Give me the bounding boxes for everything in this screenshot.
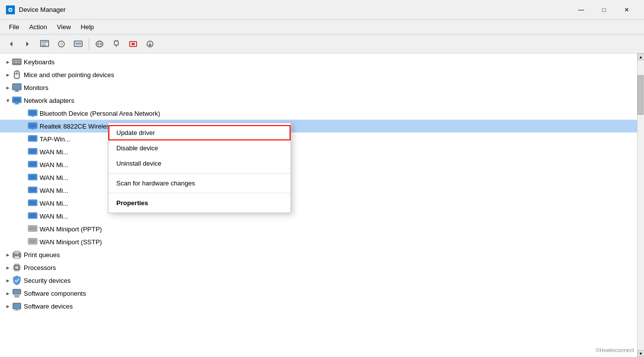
softwarecomp-label: Software components <box>24 290 86 297</box>
svg-rect-89 <box>14 294 20 295</box>
app-icon <box>6 5 15 14</box>
svg-rect-6 <box>42 45 47 46</box>
tree-item-keyboards[interactable]: ► Keyboards <box>0 55 637 68</box>
tapwin-label: TAP-Win... <box>40 135 70 143</box>
expand-arrow-bluetooth <box>20 109 28 117</box>
ctx-disable-device[interactable]: Disable device <box>108 140 291 156</box>
svg-rect-15 <box>114 41 118 45</box>
download-button[interactable] <box>142 37 158 51</box>
expand-arrow-softwaredev[interactable]: ► <box>4 302 12 310</box>
ctx-update-driver[interactable]: Update driver <box>108 125 291 140</box>
wansstp-icon <box>28 237 38 247</box>
minimize-button[interactable]: — <box>570 2 593 18</box>
tree-item-bluetooth[interactable]: Bluetooth Device (Personal Area Network) <box>0 107 637 120</box>
wan4-label: WAN Mi... <box>40 187 68 194</box>
expand-arrow-print[interactable]: ► <box>4 251 12 259</box>
scroll-thumb[interactable] <box>638 75 644 115</box>
expand-arrow-monitors[interactable]: ► <box>4 84 12 91</box>
toolbar: ? <box>0 35 644 53</box>
tree-item-wanpptp[interactable]: WAN Miniport (PPTP) <box>0 223 637 235</box>
processors-label: Processors <box>24 264 56 271</box>
monitors-icon <box>12 83 22 92</box>
tree-item-softwarecomp[interactable]: ► Software components <box>0 287 637 300</box>
tree-item-mice[interactable]: ► Mice and other pointing devices <box>0 68 637 81</box>
wansstp-label: WAN Miniport (SSTP) <box>40 238 102 246</box>
device-tree[interactable]: ► Keyboards ► <box>0 53 637 357</box>
tree-item-printqueues[interactable]: ► Print queues <box>0 248 637 261</box>
menu-action[interactable]: Action <box>24 21 52 33</box>
svg-rect-93 <box>14 310 19 311</box>
tree-item-realtek[interactable]: Realtek 8822CE Wireless LAN 802.11ac PCI… <box>0 120 637 133</box>
ctx-properties[interactable]: Properties <box>108 195 291 211</box>
main-area: ► Keyboards ► <box>0 53 644 357</box>
forward-button[interactable] <box>20 37 36 51</box>
bluetooth-label: Bluetooth Device (Personal Area Network) <box>40 110 160 117</box>
softwarecomp-icon <box>12 288 22 298</box>
scan-button[interactable] <box>70 37 86 51</box>
wanpptp-label: WAN Miniport (PPTP) <box>40 225 102 233</box>
expand-arrow-keyboards[interactable]: ► <box>4 58 12 66</box>
svg-rect-39 <box>14 91 19 92</box>
wan3-icon <box>28 173 38 182</box>
add-device-button[interactable] <box>108 37 124 51</box>
ctx-uninstall-device[interactable]: Uninstall device <box>108 156 291 171</box>
toolbar-separator-1 <box>89 39 89 49</box>
context-menu: Update driver Disable device Uninstall d… <box>108 123 291 213</box>
tree-item-wan4[interactable]: WAN Mi... <box>0 184 637 197</box>
svg-text:?: ? <box>60 42 62 47</box>
tree-item-wan6[interactable]: WAN Mi... <box>0 210 637 223</box>
svg-rect-48 <box>29 124 36 128</box>
security-icon <box>12 275 22 285</box>
svg-rect-28 <box>18 60 19 61</box>
svg-rect-5 <box>42 44 46 45</box>
scrollbar[interactable]: ▲ ▼ <box>637 53 644 357</box>
svg-rect-4 <box>42 42 48 43</box>
svg-rect-46 <box>31 116 34 117</box>
tree-item-wan3[interactable]: WAN Mi... <box>0 171 637 184</box>
tree-item-security[interactable]: ► Security devices <box>0 274 637 287</box>
expand-arrow-processors[interactable]: ► <box>4 264 12 271</box>
ctx-scan-hardware[interactable]: Scan for hardware changes <box>108 176 291 191</box>
svg-rect-71 <box>18 254 20 255</box>
wanpptp-icon <box>28 224 38 234</box>
back-button[interactable] <box>3 37 19 51</box>
tree-item-processors[interactable]: ► Proces <box>0 261 637 274</box>
maximize-button[interactable]: □ <box>593 2 615 18</box>
svg-rect-87 <box>14 290 20 293</box>
tree-item-wan2[interactable]: WAN Mi... <box>0 158 637 171</box>
menu-view[interactable]: View <box>52 21 76 33</box>
expand-arrow-mice[interactable]: ► <box>4 71 12 79</box>
svg-rect-73 <box>15 266 18 269</box>
svg-rect-27 <box>16 60 17 61</box>
printqueues-label: Print queues <box>24 251 60 259</box>
tree-item-wan1[interactable]: WAN Mi... <box>0 145 637 158</box>
tree-item-softwaredev[interactable]: ► Software devices <box>0 300 637 312</box>
window-title: Device Manager <box>19 6 570 13</box>
uninstall-button[interactable] <box>125 37 141 51</box>
printqueues-icon <box>12 250 22 260</box>
tree-item-monitors[interactable]: ► Monitors <box>0 81 637 94</box>
wan4-icon <box>28 185 38 195</box>
menu-help[interactable]: Help <box>76 21 99 33</box>
properties-button[interactable] <box>37 37 52 51</box>
update-driver-button[interactable]: ? <box>53 37 69 51</box>
tree-item-network[interactable]: ▼ Network adapters <box>0 94 637 107</box>
scroll-up-button[interactable]: ▲ <box>638 53 644 60</box>
scroll-down-button[interactable]: ▼ <box>638 350 644 357</box>
wan1-label: WAN Mi... <box>40 148 68 156</box>
expand-arrow-softwarecomp[interactable]: ► <box>4 289 12 297</box>
tree-item-wansstp[interactable]: WAN Miniport (SSTP) <box>0 235 637 248</box>
wan3-label: WAN Mi... <box>40 174 68 181</box>
tree-item-wan5[interactable]: WAN Mi... <box>0 197 637 210</box>
keyboards-icon <box>12 57 22 67</box>
bluetooth-icon <box>28 108 38 118</box>
menu-file[interactable]: File <box>4 21 24 33</box>
keyboards-label: Keyboards <box>24 58 54 66</box>
softwaredev-icon <box>12 301 22 311</box>
expand-arrow-network[interactable]: ▼ <box>4 96 12 104</box>
expand-arrow-security[interactable]: ► <box>4 276 12 284</box>
tree-item-tapwin[interactable]: TAP-Win... <box>0 133 637 145</box>
close-button[interactable]: ✕ <box>615 2 638 18</box>
svg-rect-91 <box>14 304 20 308</box>
globe-button[interactable] <box>92 37 107 51</box>
